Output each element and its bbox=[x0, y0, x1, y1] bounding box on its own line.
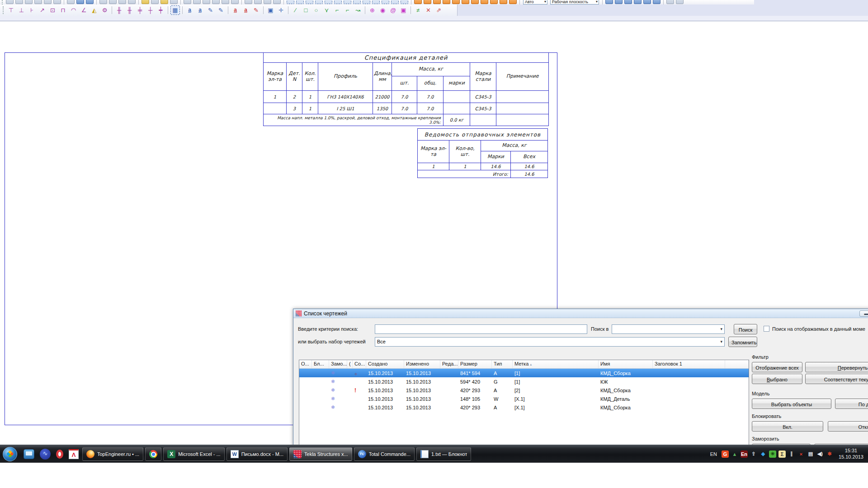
assoc-text-icon[interactable]: ✎ bbox=[251, 5, 261, 15]
acrobat-icon[interactable]: Λ bbox=[69, 449, 79, 459]
display-settings-icon[interactable] bbox=[24, 449, 34, 459]
error-icon[interactable]: × bbox=[797, 450, 805, 458]
sigma-icon[interactable]: Σ bbox=[778, 450, 786, 458]
plane-tool-6[interactable] bbox=[653, 0, 660, 4]
draw-line-icon[interactable]: ∕ bbox=[291, 5, 300, 15]
steel-tool-11[interactable] bbox=[509, 0, 517, 4]
steel-tool-3[interactable] bbox=[433, 0, 441, 4]
dim-bracket-icon[interactable]: ⊓ bbox=[58, 5, 68, 15]
snap-toggle-6[interactable] bbox=[334, 0, 342, 4]
draw-polyline-icon[interactable]: ⋎ bbox=[322, 5, 331, 15]
dim-triangle-icon[interactable]: ◭ bbox=[90, 5, 99, 15]
draw-polygon-icon[interactable]: ⌐ bbox=[343, 5, 352, 15]
hatch-icon[interactable] bbox=[160, 0, 168, 4]
column-header-name[interactable]: Имя bbox=[599, 360, 653, 368]
selected-button[interactable]: Выбрано bbox=[752, 374, 802, 384]
toolbar-grip[interactable] bbox=[2, 0, 3, 5]
snap-toggle-9[interactable] bbox=[363, 0, 370, 4]
rebar-mark-icon[interactable]: @ bbox=[388, 5, 398, 15]
steel-tool-9[interactable] bbox=[490, 0, 498, 4]
clone-icon[interactable] bbox=[151, 0, 159, 4]
list-row[interactable]: ❄◆15.10.201315.10.2013841* 594A[1]КМД_Сб… bbox=[299, 369, 749, 377]
mark-point-icon[interactable]: ✛ bbox=[276, 5, 286, 15]
list-row[interactable]: ❄15.10.201315.10.2013148* 105W[X.1]КМД_Д… bbox=[299, 394, 749, 403]
steel-tool-6[interactable] bbox=[462, 0, 469, 4]
taskbar-button-excel[interactable]: XMicrosoft Excel - ... bbox=[163, 447, 225, 461]
language-indicator[interactable]: EN bbox=[710, 451, 717, 457]
steel-tool-8[interactable] bbox=[481, 0, 488, 4]
props-icon-3[interactable] bbox=[264, 0, 271, 4]
column-header-header1[interactable]: Заголовок 1 bbox=[653, 360, 725, 368]
dimgroup-link-icon[interactable]: ┿ bbox=[156, 5, 165, 15]
snap-toggle-2[interactable] bbox=[296, 0, 304, 4]
snap-toggle-7[interactable] bbox=[344, 0, 351, 4]
toolbar-grip[interactable] bbox=[3, 6, 4, 14]
weld-mark-icon[interactable]: ⊕ bbox=[368, 5, 377, 15]
minimize-button[interactable]: ▬ bbox=[859, 310, 868, 317]
props-icon-4[interactable] bbox=[273, 0, 281, 4]
redo-icon[interactable] bbox=[86, 0, 94, 4]
plane-tool-3[interactable] bbox=[624, 0, 632, 4]
search-in-combo[interactable] bbox=[612, 324, 725, 334]
draw-cloud-icon[interactable]: ↝ bbox=[353, 5, 363, 15]
snap-toggle-8[interactable] bbox=[353, 0, 361, 4]
taskbar-button-notepad[interactable]: 1.txt — Блокнот bbox=[416, 447, 471, 461]
surface-mark-icon[interactable]: ▣ bbox=[399, 5, 408, 15]
update-mark-icon[interactable] bbox=[142, 0, 149, 4]
list-header[interactable]: О...Бл...Замо...(Со...СозданоИзмененоРед… bbox=[299, 360, 749, 369]
undo-icon[interactable] bbox=[76, 0, 84, 4]
trim-icon[interactable]: ✕ bbox=[424, 5, 433, 15]
usb-icon[interactable]: ⇪ bbox=[750, 450, 757, 458]
steel-tool-7[interactable] bbox=[471, 0, 479, 4]
plane-tool-4[interactable] bbox=[634, 0, 642, 4]
text-icon[interactable]: ✎ bbox=[206, 5, 215, 15]
dim-orthogonal-icon[interactable]: ⊦ bbox=[27, 5, 37, 15]
split-icon[interactable]: ⇗ bbox=[434, 5, 443, 15]
steel-tool-5[interactable] bbox=[452, 0, 460, 4]
steel-tool-4[interactable] bbox=[443, 0, 450, 4]
steel-tool-2[interactable] bbox=[424, 0, 431, 4]
assoc-note-leader-icon[interactable]: a bbox=[241, 5, 250, 15]
clock[interactable]: 15:31 15.10.2013 bbox=[839, 448, 863, 460]
column-header-zamo[interactable]: Замо... bbox=[329, 360, 347, 368]
search-button[interactable]: Поиск bbox=[734, 324, 757, 334]
column-header-paren[interactable]: ( bbox=[347, 360, 353, 368]
opera-icon[interactable] bbox=[56, 450, 63, 459]
snap-toggle-3[interactable] bbox=[306, 0, 313, 4]
assoc-note-icon[interactable]: a bbox=[231, 5, 240, 15]
props-icon-2[interactable] bbox=[254, 0, 262, 4]
taskbar-button-chrome[interactable] bbox=[145, 447, 161, 461]
dialog-title-bar[interactable]: Список чертежей ▬ bbox=[293, 309, 868, 318]
draw-circle-icon[interactable]: ○ bbox=[311, 5, 321, 15]
gdrive-icon[interactable]: ▲ bbox=[731, 450, 738, 458]
view-icon-2[interactable] bbox=[193, 0, 201, 4]
column-header-size[interactable]: Размер bbox=[458, 360, 492, 368]
lock-on-button[interactable]: Вкл. bbox=[752, 421, 823, 432]
taskbar-button-tekla[interactable]: Tekla Structures x... bbox=[289, 447, 352, 461]
select-objects-button[interactable]: Выбрать объекты bbox=[752, 399, 831, 409]
select-dimension-icon[interactable]: ▦ bbox=[170, 5, 180, 15]
draw-rectangle-icon[interactable]: □ bbox=[301, 5, 311, 15]
page-setup-icon[interactable] bbox=[666, 0, 674, 4]
dimgroup-add-icon[interactable]: ╫ bbox=[114, 5, 124, 15]
layout-icon[interactable] bbox=[170, 0, 178, 4]
taskbar-button-tc[interactable]: TCTotal Commande... bbox=[354, 447, 415, 461]
lang-pack-icon[interactable]: En bbox=[741, 450, 748, 458]
by-parts-button[interactable]: По дета bbox=[835, 399, 868, 409]
list-row[interactable]: ❄!15.10.201315.10.2013420* 293A[2]КМД_Сб… bbox=[299, 386, 749, 394]
column-header-created[interactable]: Создано bbox=[366, 360, 404, 368]
view-icon-5[interactable] bbox=[222, 0, 229, 4]
snap-depth-combo[interactable]: Авто bbox=[523, 0, 547, 5]
bolt-mark-icon[interactable]: a bbox=[195, 5, 205, 15]
remember-button[interactable]: Запомнить bbox=[728, 337, 757, 347]
dim-curved-icon[interactable]: ◠ bbox=[69, 5, 78, 15]
network-icon[interactable]: ▤ bbox=[807, 450, 814, 458]
view-icon-6[interactable] bbox=[231, 0, 239, 4]
text-leader-icon[interactable]: ✎ bbox=[216, 5, 226, 15]
plane-tool-5[interactable] bbox=[643, 0, 651, 4]
match-current-button[interactable]: Соответствует текущему bbox=[805, 374, 868, 384]
snap-toggle-4[interactable] bbox=[315, 0, 323, 4]
column-header-mark[interactable]: Метка ▴ bbox=[513, 360, 599, 368]
zoom-fit-icon[interactable] bbox=[128, 0, 136, 4]
dimgroup-remove-icon[interactable]: ╫ bbox=[125, 5, 134, 15]
